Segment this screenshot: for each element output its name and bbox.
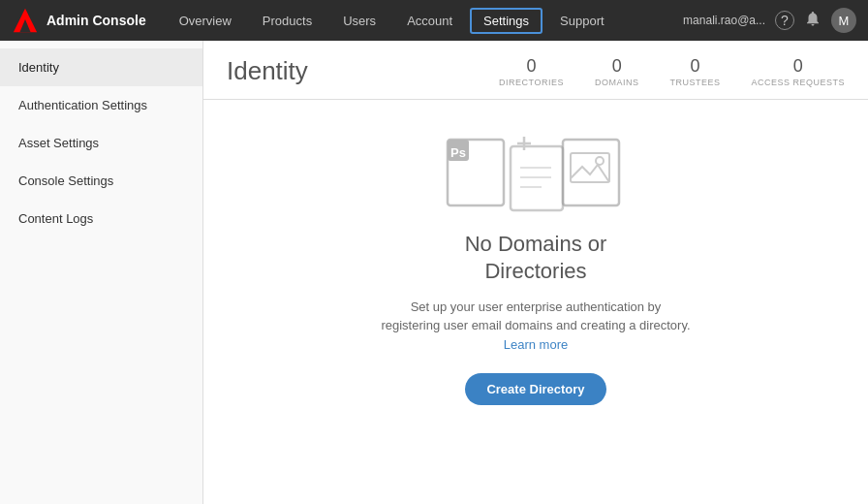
- stat-domains: 0 DOMAINS: [595, 56, 639, 87]
- help-icon[interactable]: ?: [775, 11, 794, 30]
- directories-count: 0: [527, 56, 537, 78]
- svg-point-13: [596, 157, 604, 165]
- logo: Admin Console: [12, 7, 146, 34]
- user-avatar[interactable]: M: [831, 8, 856, 33]
- sidebar-item-asset-settings[interactable]: Asset Settings: [0, 124, 202, 162]
- nav-right: manali.rao@a... ? M: [683, 8, 856, 33]
- sidebar: Identity Authentication Settings Asset S…: [0, 41, 203, 504]
- adobe-logo-icon: [12, 7, 39, 34]
- access-requests-label: ACCESS REQUESTS: [751, 78, 845, 87]
- nav-products[interactable]: Products: [249, 8, 326, 34]
- svg-text:Ps: Ps: [450, 145, 466, 160]
- sidebar-item-content-logs[interactable]: Content Logs: [0, 200, 202, 237]
- learn-more-link[interactable]: Learn more: [504, 337, 568, 352]
- page-title: Identity: [227, 56, 308, 86]
- domains-count: 0: [612, 56, 622, 78]
- directories-label: DIRECTORIES: [499, 78, 564, 87]
- image-doc-icon: [561, 132, 627, 211]
- app-title: Admin Console: [46, 13, 146, 28]
- nav-user-email: manali.rao@a...: [683, 14, 765, 27]
- sidebar-item-identity[interactable]: Identity: [0, 48, 202, 86]
- empty-description: Set up your user enterprise authenticati…: [381, 298, 691, 355]
- domains-label: DOMAINS: [595, 78, 639, 87]
- sidebar-item-console-settings[interactable]: Console Settings: [0, 162, 202, 200]
- create-directory-button[interactable]: Create Directory: [465, 373, 605, 405]
- identity-header: Identity 0 DIRECTORIES 0 DOMAINS 0 TRUST…: [203, 41, 868, 100]
- nav-account[interactable]: Account: [393, 8, 466, 34]
- main-content: Identity 0 DIRECTORIES 0 DOMAINS 0 TRUST…: [203, 41, 868, 504]
- stats-row: 0 DIRECTORIES 0 DOMAINS 0 TRUSTEES 0 ACC…: [499, 56, 845, 87]
- nav-users[interactable]: Users: [329, 8, 389, 34]
- stat-directories: 0 DIRECTORIES: [499, 56, 564, 87]
- empty-illustration: Ps: [446, 129, 627, 211]
- nav-overview[interactable]: Overview: [166, 8, 245, 34]
- trustees-count: 0: [690, 56, 699, 78]
- empty-state: Ps No Domains or: [203, 100, 868, 435]
- nav-settings[interactable]: Settings: [470, 8, 542, 34]
- empty-title: No Domains or Directories: [465, 231, 607, 286]
- stat-access-requests: 0 ACCESS REQUESTS: [751, 56, 845, 87]
- top-nav: Admin Console Overview Products Users Ac…: [0, 0, 868, 41]
- stat-trustees: 0 TRUSTEES: [669, 56, 720, 87]
- nav-support[interactable]: Support: [546, 8, 618, 34]
- sidebar-item-auth-settings[interactable]: Authentication Settings: [0, 86, 202, 124]
- main-layout: Identity Authentication Settings Asset S…: [0, 41, 868, 504]
- svg-rect-12: [571, 153, 609, 182]
- trustees-label: TRUSTEES: [669, 78, 720, 87]
- nav-links: Overview Products Users Account Settings…: [166, 8, 683, 34]
- access-requests-count: 0: [793, 56, 803, 78]
- bell-icon[interactable]: [804, 10, 822, 31]
